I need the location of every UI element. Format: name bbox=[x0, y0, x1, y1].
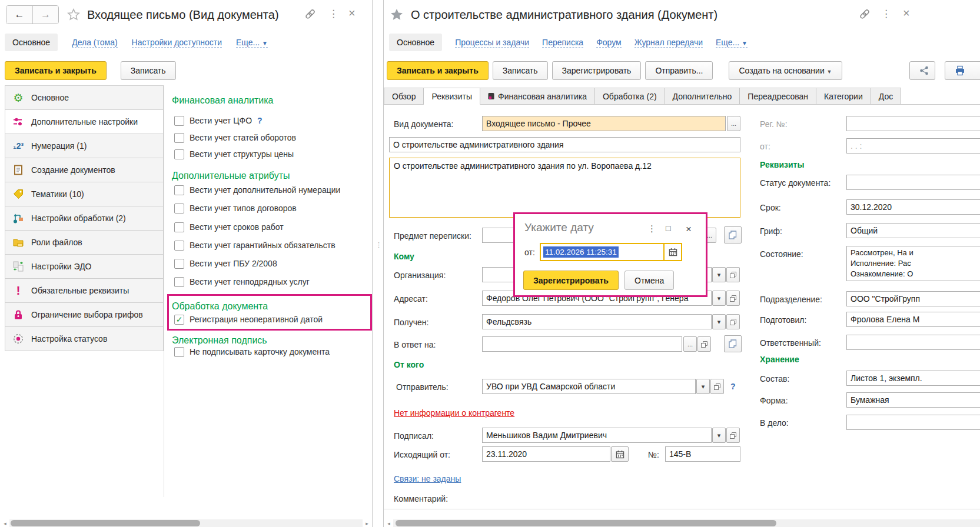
grif-field[interactable]: Общий bbox=[846, 223, 980, 238]
addressee-dropdown-button[interactable]: ▾ bbox=[712, 291, 726, 306]
state-field[interactable]: Рассмотрен, На и Исполнение: Рас Ознаком… bbox=[846, 246, 980, 281]
outgoing-date-field[interactable]: 23.11.2020 bbox=[482, 446, 610, 462]
outgoing-calendar-button[interactable] bbox=[611, 446, 629, 462]
subject-copy-button[interactable] bbox=[724, 226, 742, 244]
responsible-field[interactable] bbox=[846, 335, 980, 350]
nav-tab-main[interactable]: Основное bbox=[5, 34, 58, 51]
horizontal-scrollbar[interactable] bbox=[9, 519, 363, 527]
reply-to-field[interactable] bbox=[482, 336, 682, 352]
doc-type-select-button[interactable]: ... bbox=[727, 116, 740, 131]
tab-requisites[interactable]: Реквизиты bbox=[424, 88, 480, 105]
department-field[interactable]: ООО "СтройГрупп bbox=[846, 291, 980, 306]
reg-number-field[interactable] bbox=[846, 116, 980, 131]
tab-processing[interactable]: Обработка (2) bbox=[595, 88, 665, 105]
checkbox[interactable] bbox=[174, 259, 184, 269]
reply-copy-button[interactable] bbox=[724, 335, 742, 352]
dialog-calendar-button[interactable] bbox=[663, 244, 681, 260]
checkbox[interactable] bbox=[174, 149, 184, 159]
title-field[interactable]: О строительстве административного здания bbox=[389, 137, 740, 152]
print-button[interactable] bbox=[945, 61, 980, 80]
number-field[interactable]: 145-В bbox=[665, 446, 740, 462]
share-button[interactable] bbox=[909, 61, 935, 80]
favorite-star-icon[interactable] bbox=[67, 8, 80, 21]
sidebar-item-topics[interactable]: Тематики (10) bbox=[5, 182, 163, 206]
close-window-button[interactable]: × bbox=[903, 6, 910, 20]
get-link-button[interactable] bbox=[859, 9, 870, 19]
sidebar-item-status-setup[interactable]: Настройка статусов bbox=[5, 327, 163, 351]
sidebar-item-file-roles[interactable]: Роли файлов bbox=[5, 231, 163, 255]
dialog-register-button[interactable]: Зарегистрировать bbox=[523, 271, 619, 290]
dialog-date-field[interactable]: 11.02.2026 11:25:31 bbox=[540, 243, 682, 261]
signed-open-button[interactable] bbox=[726, 428, 740, 443]
nav-tab-main[interactable]: Основное bbox=[389, 34, 442, 51]
nav-link-transfer-log[interactable]: Журнал передачи bbox=[634, 38, 703, 48]
reply-select-button[interactable]: ... bbox=[683, 336, 697, 352]
organization-dropdown-button[interactable]: ▾ bbox=[712, 267, 726, 282]
scroll-left-icon[interactable]: ◂ bbox=[385, 519, 393, 527]
sidebar-item-main[interactable]: ⚙ Основное bbox=[5, 86, 163, 110]
reply-open-button[interactable] bbox=[697, 336, 711, 352]
checkbox[interactable] bbox=[174, 222, 184, 232]
checkbox[interactable] bbox=[174, 277, 184, 287]
favorite-star-filled-icon[interactable] bbox=[390, 8, 404, 22]
tab-finance[interactable]: Финансовая аналитика bbox=[480, 88, 595, 105]
reg-date-field[interactable]: . . : bbox=[846, 138, 980, 154]
prepared-by-field[interactable]: Фролова Елена М bbox=[846, 312, 980, 327]
checkbox[interactable] bbox=[174, 347, 184, 357]
horizontal-scrollbar[interactable] bbox=[393, 519, 980, 527]
nav-link-forum[interactable]: Форум bbox=[596, 38, 622, 48]
checkbox[interactable] bbox=[174, 241, 184, 251]
help-link[interactable]: ? bbox=[257, 116, 263, 125]
checkbox[interactable] bbox=[174, 116, 184, 126]
save-button[interactable]: Записать bbox=[121, 61, 176, 80]
sidebar-item-edo-settings[interactable]: Настройки ЭДО bbox=[5, 255, 163, 279]
signed-by-field[interactable]: Меньшиков Вадим Дмитриевич bbox=[482, 428, 712, 443]
composition-field[interactable]: Листов 1, экземпл. bbox=[846, 371, 980, 386]
more-menu-button[interactable]: ⋮ bbox=[328, 8, 338, 20]
tab-overview[interactable]: Обзор bbox=[384, 88, 424, 105]
scroll-left-icon[interactable]: ◂ bbox=[1, 519, 9, 527]
checkbox[interactable] bbox=[174, 204, 184, 214]
get-link-button[interactable] bbox=[305, 9, 315, 19]
register-button[interactable]: Зарегистрировать bbox=[552, 61, 642, 80]
nav-link-correspondence[interactable]: Переписка bbox=[542, 38, 583, 48]
links-not-set-link[interactable]: Связи: не заданы bbox=[394, 474, 461, 483]
checkbox[interactable] bbox=[174, 185, 184, 195]
scrollbar-thumb[interactable] bbox=[396, 520, 776, 526]
splitter-handle[interactable]: ⋮ bbox=[376, 244, 382, 246]
send-button[interactable]: Отправить... bbox=[645, 61, 713, 80]
dialog-more-button[interactable]: ⋮ bbox=[647, 224, 656, 234]
doc-status-field[interactable] bbox=[846, 175, 980, 190]
sidebar-item-required-fields[interactable]: ! Обязательные реквизиты bbox=[5, 279, 163, 303]
tab-additional[interactable]: Дополнительно bbox=[665, 88, 740, 105]
close-window-button[interactable]: × bbox=[348, 6, 356, 20]
more-menu-button[interactable]: ⋮ bbox=[881, 8, 891, 20]
nav-more[interactable]: Еще... ▼ bbox=[716, 38, 748, 48]
sidebar-item-processing-settings[interactable]: Настройки обработки (2) bbox=[5, 206, 163, 231]
addressee-open-button[interactable] bbox=[726, 291, 740, 306]
sidebar-item-doc-creation[interactable]: Создание документов bbox=[5, 158, 163, 182]
due-date-field[interactable]: 30.12.2020 bbox=[846, 199, 980, 215]
save-button[interactable]: Записать bbox=[493, 61, 548, 80]
organization-open-button[interactable] bbox=[726, 267, 740, 282]
tab-access[interactable]: Дос bbox=[871, 88, 901, 105]
forward-button[interactable]: → bbox=[32, 6, 58, 24]
dialog-cancel-button[interactable]: Отмена bbox=[624, 271, 674, 290]
checkbox[interactable] bbox=[174, 133, 184, 143]
dialog-close-button[interactable]: × bbox=[686, 224, 692, 235]
checked-checkbox[interactable] bbox=[174, 315, 184, 325]
case-field[interactable] bbox=[846, 415, 980, 430]
sidebar-item-additional-settings[interactable]: Дополнительные настройки bbox=[5, 110, 163, 134]
sender-field[interactable]: УВО при УВД Самарской области bbox=[482, 379, 696, 394]
sender-open-button[interactable] bbox=[710, 379, 724, 394]
sidebar-item-numbering[interactable]: ₁2³ Нумерация (1) bbox=[5, 134, 163, 158]
received-dropdown-button[interactable]: ▾ bbox=[712, 314, 726, 329]
received-open-button[interactable] bbox=[726, 314, 740, 329]
no-counterparty-info-link[interactable]: Нет информации о контрагенте bbox=[394, 408, 514, 418]
nav-link-processes[interactable]: Процессы и задачи bbox=[455, 38, 529, 48]
sidebar-item-grif-restriction[interactable]: Ограничение выбора грифов bbox=[5, 303, 163, 327]
create-based-on-button[interactable]: Создать на основании ▼ bbox=[729, 61, 842, 80]
dialog-maximize-button[interactable]: □ bbox=[666, 224, 670, 233]
scroll-right-icon[interactable]: ▸ bbox=[363, 519, 371, 527]
save-close-button[interactable]: Записать и закрыть bbox=[5, 61, 107, 80]
